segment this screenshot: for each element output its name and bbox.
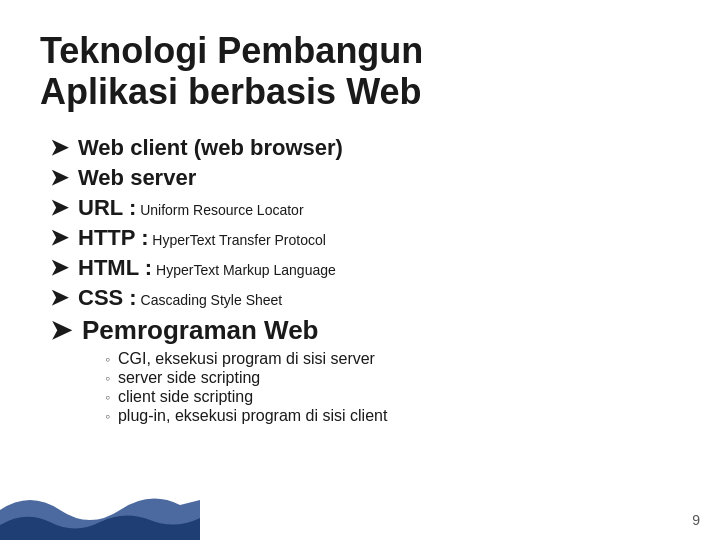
sub-bullet-text-3: client side scripting	[118, 388, 253, 406]
title-line1: Teknologi Pembangun	[40, 30, 423, 71]
bullet-small-6: Cascading Style Sheet	[137, 292, 283, 308]
sub-bullet-text-4: plug-in, eksekusi program di sisi client	[118, 407, 387, 425]
sub-bullet-text-1: CGI, eksekusi program di sisi server	[118, 350, 375, 368]
slide-title: Teknologi Pembangun Aplikasi berbasis We…	[40, 30, 680, 113]
bullet-bold-3: URL :	[78, 195, 136, 220]
bullet-text-5: HTML : HyperText Markup Language	[78, 255, 336, 281]
bullet-icon-4: ➤	[50, 225, 68, 251]
bullet-bold-4: HTTP :	[78, 225, 148, 250]
sub-bullet-2: ◦ server side scripting	[105, 369, 680, 387]
bullet-url: ➤ URL : Uniform Resource Locator	[50, 195, 680, 221]
bullet-icon-5: ➤	[50, 255, 68, 281]
sub-bullet-icon-1: ◦	[105, 351, 110, 367]
bullet-http: ➤ HTTP : HyperText Transfer Protocol	[50, 225, 680, 251]
bullet-icon-7: ➤	[50, 315, 72, 346]
bullet-text-4: HTTP : HyperText Transfer Protocol	[78, 225, 326, 251]
bullet-text-2: Web server	[78, 165, 196, 191]
bullet-bold-5: HTML :	[78, 255, 152, 280]
bullet-web-server: ➤ Web server	[50, 165, 680, 191]
bullet-small-4: HyperText Transfer Protocol	[148, 232, 325, 248]
bullet-bold-1: Web client (web browser)	[78, 135, 343, 160]
sub-bullet-icon-4: ◦	[105, 408, 110, 424]
bullet-small-5: HyperText Markup Language	[152, 262, 336, 278]
sub-bullets-container: ◦ CGI, eksekusi program di sisi server ◦…	[50, 350, 680, 425]
bullet-icon-1: ➤	[50, 135, 68, 161]
bullet-icon-3: ➤	[50, 195, 68, 221]
bullet-text-1: Web client (web browser)	[78, 135, 343, 161]
sub-bullet-icon-3: ◦	[105, 389, 110, 405]
sub-bullet-4: ◦ plug-in, eksekusi program di sisi clie…	[105, 407, 680, 425]
bullet-icon-6: ➤	[50, 285, 68, 311]
sub-bullet-3: ◦ client side scripting	[105, 388, 680, 406]
sub-bullet-1: ◦ CGI, eksekusi program di sisi server	[105, 350, 680, 368]
sub-bullet-icon-2: ◦	[105, 370, 110, 386]
bottom-wave-decoration	[0, 480, 200, 540]
bullet-icon-2: ➤	[50, 165, 68, 191]
bullet-pemrograman: ➤ Pemrograman Web	[50, 315, 680, 346]
slide: Teknologi Pembangun Aplikasi berbasis We…	[0, 0, 720, 540]
title-line2: Aplikasi berbasis Web	[40, 71, 421, 112]
bullet-small-3: Uniform Resource Locator	[136, 202, 303, 218]
bullet-text-6: CSS : Cascading Style Sheet	[78, 285, 282, 311]
bullet-text-pemrograman: Pemrograman Web	[82, 315, 318, 346]
bullet-text-3: URL : Uniform Resource Locator	[78, 195, 304, 221]
bullet-bold-2: Web server	[78, 165, 196, 190]
bullet-bold-6: CSS :	[78, 285, 137, 310]
page-number: 9	[692, 512, 700, 528]
bullet-css: ➤ CSS : Cascading Style Sheet	[50, 285, 680, 311]
sub-bullet-text-2: server side scripting	[118, 369, 260, 387]
bullet-html: ➤ HTML : HyperText Markup Language	[50, 255, 680, 281]
content-area: ➤ Web client (web browser) ➤ Web server …	[40, 135, 680, 425]
bullet-web-client: ➤ Web client (web browser)	[50, 135, 680, 161]
